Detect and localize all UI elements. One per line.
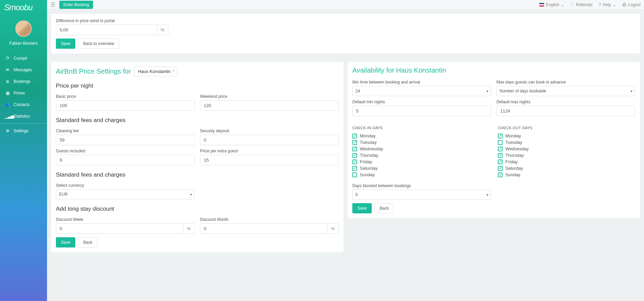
min-time-select[interactable]: 24	[352, 86, 491, 96]
day-label: Sunday	[360, 172, 375, 177]
cleaning-fee-input[interactable]	[56, 135, 195, 145]
nav-label: Contacts	[14, 102, 30, 107]
nav-label: Settings	[14, 129, 28, 133]
cleaning-fee-label: Cleaning fee	[56, 129, 195, 133]
checkout-day-sunday[interactable]: Sunday	[498, 172, 635, 177]
checkout-day-thursday[interactable]: Thursday	[498, 153, 635, 158]
default-min-label: Default min nights	[352, 100, 491, 104]
checkbox[interactable]	[498, 147, 503, 151]
day-label: Thursday	[360, 153, 378, 158]
discount-week-input[interactable]	[56, 223, 183, 234]
language-switcher[interactable]: English ⌄	[539, 2, 564, 7]
language-label: English	[546, 2, 559, 7]
checkin-day-saturday[interactable]: Saturday	[352, 166, 490, 171]
checkbox[interactable]	[352, 134, 357, 138]
price-per-extra-label: Price per extra guest	[200, 149, 339, 153]
heart-icon: ♡	[570, 2, 574, 7]
percent-addon: %	[183, 223, 195, 234]
nav-label: Messages	[14, 67, 32, 72]
nav-icon: ⚙	[5, 129, 10, 133]
checkin-day-tuesday[interactable]: Tuesday	[352, 140, 490, 145]
back-button[interactable]: Back	[78, 237, 97, 247]
nav-label: Statistics	[14, 114, 30, 119]
checkbox[interactable]	[352, 153, 357, 158]
checkin-day-wednesday[interactable]: Wednesday	[352, 146, 490, 151]
nav-icon: ⏱	[5, 56, 10, 61]
weekend-price-input[interactable]	[200, 100, 339, 111]
checkbox[interactable]	[352, 172, 357, 177]
nav-messages[interactable]: ✉Messages	[0, 64, 47, 76]
default-max-input[interactable]	[496, 106, 635, 116]
help-link[interactable]: ? Help ⌄	[599, 2, 616, 7]
nav-bookings[interactable]: ≣Bookings	[0, 76, 47, 87]
profile-name: Fabian Beckers	[3, 41, 44, 46]
nav-icon: 👥	[5, 102, 10, 107]
checkout-day-wednesday[interactable]: Wednesday	[498, 146, 635, 151]
avatar[interactable]	[15, 20, 32, 37]
checkin-day-sunday[interactable]: Sunday	[352, 172, 490, 177]
price-diff-panel: Difference in price send to portal % Sav…	[51, 14, 640, 54]
checkbox[interactable]	[498, 160, 503, 164]
checkbox[interactable]	[498, 172, 503, 177]
diff-input[interactable]	[56, 25, 157, 35]
checkout-day-tuesday[interactable]: Tuesday	[498, 140, 635, 145]
nav-label: Bookings	[14, 79, 30, 84]
diff-label: Difference in price send to portal	[56, 18, 635, 23]
checkbox[interactable]	[352, 140, 357, 145]
discount-month-input[interactable]	[200, 223, 327, 234]
flag-icon	[539, 3, 544, 6]
guests-included-input[interactable]	[56, 155, 195, 165]
nav-prices[interactable]: ▦Prices	[0, 87, 47, 99]
nav-settings[interactable]: ⚙Settings	[0, 125, 47, 137]
discount-heading: Add long stay discount	[56, 206, 339, 212]
currency-select[interactable]: EUR	[56, 189, 195, 199]
nav-statistics[interactable]: ▁▃▅Statistics	[0, 110, 47, 122]
security-deposit-input[interactable]	[200, 135, 339, 145]
checkin-day-thursday[interactable]: Thursday	[352, 153, 490, 158]
day-label: Saturday	[360, 166, 378, 171]
default-max-label: Default max nights	[496, 100, 635, 104]
checkbox[interactable]	[352, 147, 357, 151]
discount-week-label: Discount Week	[56, 217, 195, 222]
menu-toggle-icon[interactable]: ☰	[50, 1, 55, 8]
checkin-day-monday[interactable]: Monday	[352, 133, 490, 138]
checkin-day-friday[interactable]: Friday	[352, 159, 490, 164]
max-days-select[interactable]: Number of days bookable	[496, 86, 635, 96]
checkout-day-saturday[interactable]: Saturday	[498, 166, 635, 171]
save-button[interactable]: Save	[56, 39, 75, 49]
day-label: Tuesday	[505, 140, 522, 145]
basic-price-input[interactable]	[56, 100, 195, 111]
weekend-price-label: Weekend price	[200, 94, 339, 99]
property-select[interactable]: Haus Konstantin	[134, 66, 177, 76]
checkout-day-monday[interactable]: Monday	[498, 133, 635, 138]
checkbox[interactable]	[498, 166, 503, 171]
nav-label: Prices	[14, 91, 25, 95]
save-button[interactable]: Save	[352, 203, 372, 213]
day-label: Friday	[360, 159, 372, 164]
enter-booking-button[interactable]: Enter Booking	[59, 1, 93, 9]
price-per-extra-input[interactable]	[200, 155, 339, 165]
logout-link[interactable]: ⏻ Logout	[622, 2, 641, 7]
day-label: Monday	[360, 133, 375, 138]
checkin-heading: CHECK-IN DAYS	[352, 126, 490, 130]
checkout-day-friday[interactable]: Friday	[498, 159, 635, 164]
referrals-link[interactable]: ♡ Referrals	[570, 2, 593, 7]
nav-icon: ▁▃▅	[5, 114, 10, 119]
checkbox[interactable]	[352, 166, 357, 171]
checkbox[interactable]	[498, 153, 503, 158]
back-button[interactable]: Back to overview	[78, 39, 119, 49]
blocked-select[interactable]: 0	[352, 190, 491, 200]
save-button[interactable]: Save	[56, 237, 75, 247]
default-min-input[interactable]	[352, 106, 491, 116]
profile: Fabian Beckers	[0, 15, 47, 48]
checkbox[interactable]	[498, 140, 503, 145]
checkbox[interactable]	[352, 160, 357, 164]
back-button[interactable]: Back	[374, 203, 394, 213]
checkout-heading: CHECK-OUT DAYS	[498, 126, 635, 130]
fees-heading-2: Standard fees and charges	[56, 171, 339, 178]
question-icon: ?	[599, 2, 601, 7]
nav-cockpit[interactable]: ⏱Cockpit	[0, 52, 47, 64]
checkbox[interactable]	[498, 134, 503, 138]
nav-contacts[interactable]: 👥Contacts	[0, 99, 47, 110]
blocked-label: Days blocked between bookings	[352, 183, 491, 188]
